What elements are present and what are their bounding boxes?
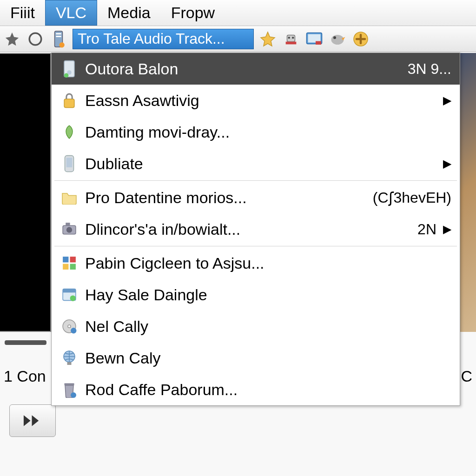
menu-item-label: Outora Balon xyxy=(85,60,401,78)
svg-rect-5 xyxy=(287,35,295,41)
svg-rect-11 xyxy=(316,41,321,45)
menu-item-label: Pro Datentine morios... xyxy=(85,189,366,207)
robot-icon[interactable] xyxy=(282,30,300,48)
bottom-status-left: 1 Con xyxy=(4,367,46,385)
plus-circle-icon[interactable] xyxy=(351,30,370,48)
svg-point-13 xyxy=(333,36,336,39)
menu-item-shortcut: (Cʃ3hevEH) xyxy=(373,189,451,206)
svg-rect-25 xyxy=(70,257,76,262)
svg-rect-3 xyxy=(56,35,61,37)
menu-item-shortcut: 2N xyxy=(417,221,436,238)
vlc-dropdown-menu: Outora Balon 3N 9... Eassn Asawtivig ▶ D… xyxy=(51,53,460,406)
svg-rect-24 xyxy=(63,257,68,262)
menu-item-dubliate[interactable]: Dubliate ▶ xyxy=(52,148,460,179)
menu-item-damting-movi-dray[interactable]: Damting movi-dray... xyxy=(52,116,460,148)
svg-rect-26 xyxy=(63,264,68,270)
svg-rect-20 xyxy=(66,158,73,167)
menu-item-hay-sale-daingle[interactable]: Hay Sale Daingle xyxy=(52,279,460,311)
toolbar-highlighted-field[interactable]: Tro Tale Audio Track... xyxy=(73,29,254,49)
star-icon[interactable] xyxy=(3,30,21,48)
menu-media[interactable]: Media xyxy=(97,0,161,26)
svg-rect-36 xyxy=(65,383,74,386)
menu-item-rod-caffe-paborum[interactable]: Rod Caffe Paborum... xyxy=(52,374,460,405)
svg-point-4 xyxy=(59,42,64,47)
svg-point-37 xyxy=(71,392,76,398)
menu-item-shortcut: 3N 9... xyxy=(408,60,451,78)
svg-point-12 xyxy=(331,35,344,45)
menu-fropw[interactable]: Fropw xyxy=(161,0,225,26)
menu-item-label: Eassn Asawtivig xyxy=(85,92,436,110)
submenu-arrow-icon: ▶ xyxy=(443,94,451,107)
lock-icon xyxy=(60,91,79,110)
menu-item-pro-datentine-morios[interactable]: Pro Datentine morios... (Cʃ3hevEH) xyxy=(52,182,460,213)
svg-point-22 xyxy=(66,227,72,232)
svg-rect-23 xyxy=(66,223,70,225)
svg-point-33 xyxy=(71,328,76,333)
screen-icon[interactable] xyxy=(305,30,324,48)
svg-rect-27 xyxy=(70,264,76,270)
menubar: Fiiit VLC Media Fropw xyxy=(0,0,476,26)
svg-rect-18 xyxy=(64,99,74,108)
device-icon xyxy=(60,60,79,78)
camera-icon xyxy=(60,220,79,238)
menu-item-label: Hay Sale Daingle xyxy=(85,286,451,304)
svg-point-17 xyxy=(64,73,69,78)
app-window: Fiiit VLC Media Fropw Tro Tale Audio Tra… xyxy=(0,0,476,476)
fast-forward-icon xyxy=(22,414,43,428)
menu-item-outora-balon[interactable]: Outora Balon 3N 9... xyxy=(52,53,460,85)
menu-item-label: Rod Caffe Paborum... xyxy=(85,381,451,399)
globe-icon xyxy=(60,349,79,367)
menu-item-eassn-asawtivig[interactable]: Eassn Asawtivig ▶ xyxy=(52,85,460,116)
menu-item-label: Bewn Caly xyxy=(85,349,451,367)
menu-item-label: Damting movi-dray... xyxy=(85,123,451,141)
favorite-star-icon[interactable] xyxy=(258,30,277,48)
menu-item-label: Dlincor's'a in/bowialt... xyxy=(85,220,411,238)
folder-icon xyxy=(60,188,79,207)
fast-forward-button[interactable] xyxy=(9,404,56,437)
server-icon[interactable] xyxy=(49,30,68,48)
svg-point-30 xyxy=(70,296,76,301)
svg-rect-8 xyxy=(286,41,297,44)
video-viewport[interactable] xyxy=(0,53,51,332)
menu-separator xyxy=(54,246,457,246)
menu-vlc[interactable]: VLC xyxy=(45,0,97,26)
window-icon xyxy=(60,285,79,304)
menu-item-nel-cally[interactable]: Nel Cally xyxy=(52,311,460,342)
bird-icon[interactable] xyxy=(328,30,347,48)
menu-fiiit[interactable]: Fiiit xyxy=(0,0,45,26)
circle-icon[interactable] xyxy=(26,30,45,48)
svg-rect-2 xyxy=(56,33,61,34)
svg-point-0 xyxy=(29,33,41,45)
disc-icon xyxy=(60,317,79,336)
submenu-arrow-icon: ▶ xyxy=(443,157,451,170)
submenu-arrow-icon: ▶ xyxy=(443,223,451,236)
svg-rect-35 xyxy=(67,362,72,365)
trash-icon xyxy=(60,380,79,399)
svg-point-7 xyxy=(292,37,294,39)
leaf-icon xyxy=(60,123,79,141)
svg-point-6 xyxy=(288,37,290,39)
menu-item-dlincorsa-in-bowialt[interactable]: Dlincor's'a in/bowialt... 2N ▶ xyxy=(52,213,460,245)
progress-indicator[interactable] xyxy=(5,340,46,345)
tiles-icon xyxy=(60,254,79,272)
svg-rect-29 xyxy=(63,289,76,293)
menu-separator xyxy=(54,180,457,181)
menu-item-pabin-cigcleen[interactable]: Pabin Cigcleen to Asjsu... xyxy=(52,247,460,279)
phone-icon xyxy=(60,154,79,173)
menu-item-label: Nel Cally xyxy=(85,317,451,336)
menu-item-bewn-caly[interactable]: Bewn Caly xyxy=(52,342,460,374)
svg-point-32 xyxy=(68,325,71,328)
menu-item-label: Dubliate xyxy=(85,155,436,173)
toolbar-highlighted-label: Tro Tale Audio Track... xyxy=(78,30,225,47)
menu-item-label: Pabin Cigcleen to Asjsu... xyxy=(85,254,451,272)
toolbar: Tro Tale Audio Track... xyxy=(0,26,476,52)
